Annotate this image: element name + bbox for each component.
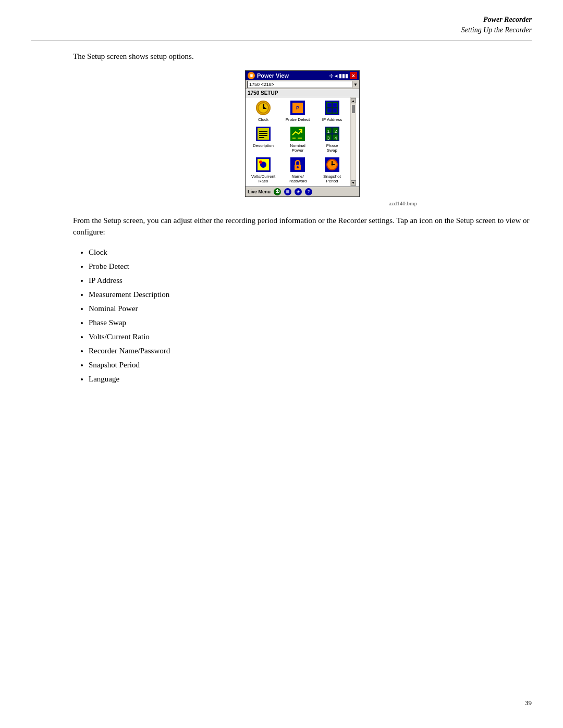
scroll-up-arrow[interactable]: ▲ <box>351 98 356 103</box>
svg-point-36 <box>297 166 299 168</box>
list-item[interactable]: IP Address <box>316 100 348 122</box>
svg-text:2: 2 <box>334 129 337 134</box>
description-label: Description <box>253 143 274 149</box>
windows-start-icon: ⊞ <box>248 72 255 79</box>
list-item[interactable]: Volts/CurrentRatio <box>248 156 279 184</box>
phase-svg: 1 2 3 4 <box>325 127 339 141</box>
svg-rect-10 <box>327 108 332 113</box>
list-item: Volts/Current Ratio <box>89 330 532 344</box>
intro-text: The Setup screen shows setup options. <box>73 52 532 61</box>
list-item[interactable]: 1 2 3 4 PhaseSwap <box>316 126 348 153</box>
list-item[interactable]: P Probe Detect <box>282 100 313 122</box>
phase-swap-icon: 1 2 3 4 <box>324 126 340 142</box>
page-number: 39 <box>525 699 532 707</box>
svg-rect-20 <box>290 127 305 141</box>
grid-icon[interactable]: ▦ <box>284 188 291 195</box>
power-icon[interactable]: ⏻ <box>274 188 281 195</box>
snapshot-period-icon <box>324 156 340 173</box>
svg-text:1: 1 <box>327 129 329 134</box>
probe-detect-label: Probe Detect <box>286 117 310 122</box>
svg-point-33 <box>259 161 262 164</box>
lock-svg <box>290 157 305 172</box>
live-menu-text[interactable]: Live Menu <box>248 189 271 194</box>
list-item: Snapshot Period <box>89 358 532 372</box>
list-item: Language <box>89 372 532 386</box>
pv-main-area: Clock P Probe Detect <box>246 97 359 187</box>
svg-rect-11 <box>333 108 337 113</box>
svg-point-41 <box>332 164 333 165</box>
wifi-icon[interactable]: ◈ <box>295 188 302 195</box>
main-content: The Setup screen shows setup options. ⊞ … <box>73 52 532 393</box>
device-caption: azd140.bmp <box>73 200 532 206</box>
list-item: Phase Swap <box>89 316 532 330</box>
header-rule <box>31 41 532 41</box>
scroll-down-arrow[interactable]: ▼ <box>351 180 356 186</box>
list-item[interactable]: SnapshotPeriod <box>316 156 348 184</box>
antenna-icon: ⊹ <box>329 73 333 79</box>
name-password-label: Name/Password <box>288 174 307 184</box>
pv-address-text[interactable]: 1750 <218> <box>247 81 352 88</box>
header-title: Power Recorder <box>461 15 532 25</box>
pv-titlebar-left: ⊞ Power View <box>248 72 289 79</box>
list-item: Nominal Power <box>89 302 532 316</box>
pv-address-bar: 1750 <218> ▼ <box>246 80 359 89</box>
ip-address-icon <box>324 100 340 116</box>
bullet-list: ClockProbe DetectIP AddressMeasurement D… <box>83 245 532 386</box>
svg-rect-9 <box>333 103 337 107</box>
name-password-icon <box>289 156 306 173</box>
battery-icon: ▮▮▮ <box>339 73 348 79</box>
svg-text:3: 3 <box>327 135 329 141</box>
close-button[interactable]: × <box>350 72 357 79</box>
volts-current-icon <box>255 156 272 173</box>
pv-icon-grid: Clock P Probe Detect <box>246 97 350 186</box>
list-item: Measurement Description <box>89 288 532 302</box>
list-item: Clock <box>89 245 532 260</box>
clock-svg <box>257 102 270 114</box>
list-item: IP Address <box>89 274 532 288</box>
clock-label: Clock <box>258 117 268 122</box>
scroll-track <box>351 104 356 180</box>
header-subtitle: Setting Up the Recorder <box>461 25 532 35</box>
nominal-power-label: NominalPower <box>290 143 305 153</box>
svg-text:P: P <box>296 105 299 110</box>
list-item[interactable]: NominalPower <box>282 126 313 153</box>
speaker-icon: ◂ <box>335 73 337 79</box>
volts-current-label: Volts/CurrentRatio <box>251 174 275 184</box>
svg-point-0 <box>258 103 268 113</box>
desc-svg <box>256 127 271 141</box>
ip-address-label: IP Address <box>322 117 342 122</box>
list-item[interactable]: Clock <box>248 100 279 122</box>
volts-svg <box>256 157 271 172</box>
svg-text:4: 4 <box>334 135 337 141</box>
ip-svg <box>325 101 339 115</box>
scrollbar[interactable]: ▲ ▼ <box>350 97 356 186</box>
pv-titlebar: ⊞ Power View ⊹ ◂ ▮▮▮ × <box>246 71 359 80</box>
nominal-power-icon <box>289 126 306 142</box>
list-item[interactable]: Description <box>248 126 279 153</box>
snapshot-svg <box>325 157 339 172</box>
device-screenshot-container: ⊞ Power View ⊹ ◂ ▮▮▮ × 1750 <218> ▼ 1750… <box>73 70 532 197</box>
pv-breadcrumb: 1750 SETUP <box>246 89 359 97</box>
from-text: From the Setup screen, you can adjust ei… <box>73 215 532 238</box>
list-item[interactable]: Name/Password <box>282 156 313 184</box>
page-header: Power Recorder Setting Up the Recorder <box>461 15 532 35</box>
pv-statusbar: Live Menu ⏻ ▦ ◈ ? <box>246 187 359 196</box>
pv-title-text: Power View <box>257 72 289 79</box>
phase-swap-label: PhaseSwap <box>326 143 338 153</box>
snapshot-period-label: SnapshotPeriod <box>323 174 341 184</box>
pv-titlebar-icons: ⊹ ◂ ▮▮▮ × <box>329 72 357 79</box>
probe-detect-icon: P <box>289 100 306 116</box>
scroll-thumb <box>352 105 355 113</box>
power-view-window: ⊞ Power View ⊹ ◂ ▮▮▮ × 1750 <218> ▼ 1750… <box>245 70 360 197</box>
list-item: Recorder Name/Password <box>89 344 532 358</box>
list-item: Probe Detect <box>89 260 532 274</box>
clock-icon <box>255 100 272 116</box>
description-icon <box>255 126 272 142</box>
help-icon[interactable]: ? <box>305 188 312 195</box>
address-dropdown-arrow[interactable]: ▼ <box>353 82 358 87</box>
probe-svg: P <box>290 101 305 115</box>
svg-rect-8 <box>327 103 332 107</box>
nominal-svg <box>290 127 305 141</box>
